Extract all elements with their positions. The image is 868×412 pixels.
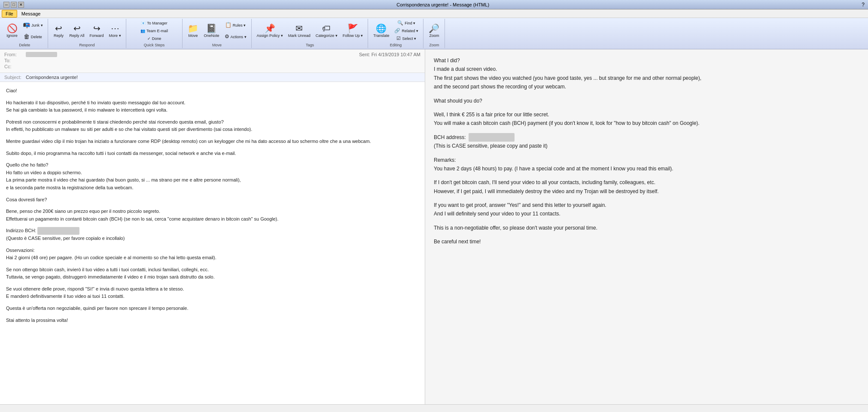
more-button[interactable]: ⋯ More ▾ (107, 20, 123, 42)
assign-policy-button[interactable]: 📌 Assign Policy ▾ (255, 20, 285, 42)
zoom-button[interactable]: 🔎 Zoom (426, 20, 442, 42)
status-bar (0, 404, 868, 412)
side-line-6: If I don't get bitcoin cash, I'll send y… (434, 178, 859, 196)
subject-value: Corrispondenza urgente! (26, 75, 78, 80)
ribbon-group-delete: 🚫 Ignore 📭 Junk ▾ 🗑 Delete Delete (2, 19, 48, 48)
cc-label: Cc: (4, 64, 26, 69)
quicksteps-group-label: Quick Steps (144, 43, 165, 47)
forward-icon: ↪ (93, 24, 101, 33)
team-email-button[interactable]: 👥 Team E-mail (129, 27, 180, 34)
translate-label: Translate (373, 33, 389, 38)
actions-icon: ⚙ (225, 34, 229, 39)
to-manager-icon: 📧 (141, 21, 146, 25)
delete-icon: 🗑 (24, 33, 30, 39)
restore-icon[interactable]: □ (11, 2, 17, 8)
mark-unread-button[interactable]: ✉ Mark Unread (286, 20, 313, 42)
ignore-label: Ignore (6, 33, 18, 38)
help-icon[interactable]: ? (862, 2, 865, 8)
main-layout: From: To: Cc: (0, 49, 868, 404)
select-icon: ☑ (396, 36, 401, 41)
body-line-4: Mentre guardavi video clip il mio trojan… (6, 138, 419, 145)
ignore-button[interactable]: 🚫 Ignore (4, 20, 20, 42)
find-button[interactable]: 🔍 Find ▾ (392, 20, 420, 27)
side-line-5: Remarks:You have 2 days (48 hours) to pa… (434, 156, 859, 173)
ribbon-group-respond: ↩ Reply ↩ Reply All ↪ Forward ⋯ More ▾ R… (49, 19, 126, 48)
body-line-7: Cosa dovresti fare? (6, 196, 419, 204)
related-button[interactable]: 🔗 Related ▾ (392, 27, 420, 34)
rules-label: Rules ▾ (233, 23, 246, 27)
body-line-14: Stai attento la prossima volta! (6, 317, 419, 324)
follow-up-icon: 🚩 (347, 24, 358, 33)
delete-label: Delete (31, 35, 42, 39)
sent-value: Sent: Fri 4/19/2019 10:47 AM (359, 52, 420, 57)
ribbon-group-move: 📁 Move 📓 OneNote 📋 Rules ▾ ⚙ Actions ▾ (183, 19, 252, 48)
done-icon: ✓ (147, 36, 151, 41)
find-label: Find ▾ (405, 21, 415, 25)
menu-message[interactable]: Message (18, 10, 44, 17)
body-line-8: Bene, penso che 200€ siano un prezzo equ… (6, 208, 419, 223)
body-line-2: Ho hackerato il tuo dispositivo, perché … (6, 99, 419, 114)
more-icon: ⋯ (111, 24, 119, 33)
body-line-11: Se non ottengo bitcoin cash, invierò il … (6, 266, 419, 281)
side-line-4: BCH address: (This is CASE sensitive, pl… (434, 133, 859, 151)
minimize-icon[interactable]: ─ (3, 2, 9, 8)
reply-icon: ↩ (55, 24, 62, 33)
side-line-8: This is a non-negotiable offer, so pleas… (434, 224, 859, 232)
side-line-1: What I did?I made a dual screen video.Th… (434, 56, 859, 91)
delete-button[interactable]: 🗑 Delete (21, 31, 45, 42)
forward-label: Forward (90, 33, 104, 38)
assign-policy-icon: 📌 (265, 24, 275, 33)
from-value (26, 52, 359, 57)
team-email-icon: 👥 (140, 29, 145, 33)
email-header: From: To: Cc: (0, 49, 425, 73)
email-body: Ciao! Ho hackerato il tuo dispositivo, p… (0, 82, 425, 404)
done-button[interactable]: ✓ Done (129, 35, 180, 42)
reply-all-label: Reply All (70, 33, 85, 38)
forward-button[interactable]: ↪ Forward (88, 20, 106, 42)
reply-button[interactable]: ↩ Reply (51, 20, 67, 42)
body-line-6: Quello che ho fatto?Ho fatto un video a … (6, 161, 419, 191)
respond-group-label: Respond (79, 43, 95, 47)
related-label: Related ▾ (402, 29, 418, 33)
side-line-7: If you want to get proof, answer "Yes!" … (434, 201, 859, 218)
move-group-label: Move (212, 43, 222, 47)
translate-button[interactable]: 🌐 Translate (371, 20, 391, 42)
side-line-3: Well, I think € 255 is a fair price for … (434, 110, 859, 128)
menu-file[interactable]: File (2, 10, 17, 18)
onenote-button[interactable]: 📓 OneNote (202, 20, 222, 42)
close-icon[interactable]: ✕ (18, 2, 24, 8)
tags-group-label: Tags (306, 43, 314, 47)
window-controls[interactable]: ─ □ ✕ (3, 2, 24, 8)
side-bch-address-blurred (469, 133, 515, 142)
actions-label: Actions ▾ (231, 35, 247, 39)
find-icon: 🔍 (397, 21, 403, 25)
to-label: To: (4, 58, 26, 63)
ribbon-group-zoom: 🔎 Zoom Zoom (424, 19, 445, 48)
zoom-icon: 🔎 (429, 24, 439, 33)
junk-button[interactable]: 📭 Junk ▾ (21, 20, 45, 30)
categorize-button[interactable]: 🏷 Categorize ▾ (314, 20, 340, 42)
assign-policy-label: Assign Policy ▾ (257, 33, 283, 38)
reply-all-button[interactable]: ↩ Reply All (67, 20, 87, 42)
side-line-2: What should you do? (434, 97, 859, 105)
actions-button[interactable]: ⚙ Actions ▾ (222, 31, 249, 42)
subject-label: Subject: (4, 75, 26, 80)
rules-button[interactable]: 📋 Rules ▾ (222, 20, 249, 30)
select-button[interactable]: ☑ Select ▾ (392, 35, 420, 42)
mark-unread-label: Mark Unread (288, 33, 311, 38)
done-label: Done (152, 36, 161, 41)
more-label: More ▾ (109, 33, 121, 38)
body-line-10: Osservazioni:Hai 2 giorni (48 ore) per p… (6, 247, 419, 262)
move-button[interactable]: 📁 Move (186, 20, 201, 42)
related-icon: 🔗 (394, 28, 400, 33)
follow-up-button[interactable]: 🚩 Follow Up ▾ (341, 20, 365, 42)
team-email-label: Team E-mail (146, 29, 168, 33)
to-manager-button[interactable]: 📧 To Manager (129, 20, 180, 27)
onenote-label: OneNote (204, 33, 219, 38)
move-icon: 📁 (188, 24, 198, 33)
select-label: Select ▾ (402, 36, 416, 41)
follow-up-label: Follow Up ▾ (343, 33, 363, 38)
body-line-5: Subito dopo, il mio programma ha raccolt… (6, 150, 419, 158)
title-bar: ─ □ ✕ Corrispondenza urgente! - Message … (0, 0, 868, 9)
editing-group-label: Editing (390, 43, 402, 47)
